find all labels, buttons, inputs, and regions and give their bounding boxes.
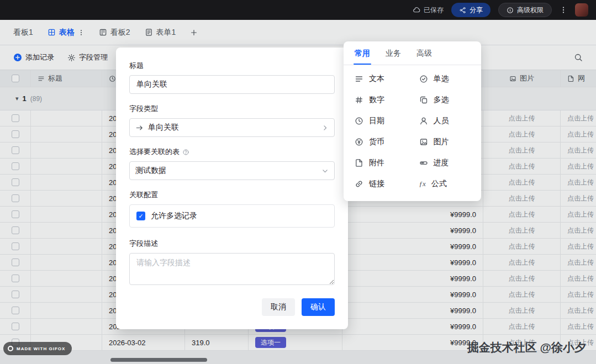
advanced-permission-button[interactable]: 高级权限 <box>498 3 552 17</box>
date-icon <box>355 117 363 125</box>
field-type-number[interactable]: 数字 <box>348 89 413 110</box>
field-type-grid: 文本 单选 数字 多选 日期 人员 <box>344 65 481 201</box>
field-type-currency[interactable]: 货币 <box>348 131 413 152</box>
field-type-image[interactable]: 图片 <box>413 131 477 152</box>
save-status-label: 已保存 <box>424 6 444 15</box>
field-type-panel-tabs: 常用 业务 高级 <box>344 41 481 65</box>
field-type-progress[interactable]: 进度 <box>413 152 477 173</box>
cloud-icon <box>413 6 420 14</box>
relation-table-select[interactable]: 测试数据 <box>129 161 335 180</box>
field-type-select[interactable]: 单向关联 <box>129 118 335 137</box>
relation-table-label: 选择要关联的表 <box>129 147 180 157</box>
allow-multi-select-checkbox[interactable]: ✓ <box>136 212 145 220</box>
formula-icon: ƒx <box>419 180 426 188</box>
relation-config-label: 关联配置 <box>129 190 335 200</box>
confirm-button[interactable]: 确认 <box>302 298 335 316</box>
single-select-icon <box>419 75 428 83</box>
record-dot-icon <box>8 346 13 351</box>
field-type-value: 单向关联 <box>148 123 179 133</box>
gifox-watermark: MADE WITH GIFOX <box>3 342 72 355</box>
image-icon <box>419 138 428 146</box>
field-type-formula[interactable]: ƒx 公式 <box>413 173 477 194</box>
field-type-single-select[interactable]: 单选 <box>413 68 477 89</box>
chevron-right-icon <box>321 124 329 131</box>
help-circle-icon[interactable] <box>182 149 189 156</box>
cancel-button[interactable]: 取消 <box>262 298 295 316</box>
field-type-multi-select[interactable]: 多选 <box>413 89 477 110</box>
avatar[interactable] <box>575 3 588 17</box>
relation-table-value: 测试数据 <box>135 166 166 176</box>
field-title-input[interactable] <box>129 75 335 94</box>
field-type-date[interactable]: 日期 <box>348 110 413 131</box>
info-circle-icon <box>507 7 514 14</box>
more-menu-icon[interactable] <box>560 6 567 14</box>
multi-select-icon <box>419 96 428 104</box>
one-way-link-icon <box>135 124 144 132</box>
allow-multi-select-label: 允许多选记录 <box>151 211 197 221</box>
field-type-label: 字段类型 <box>129 104 335 114</box>
text-icon <box>355 75 363 83</box>
gifox-watermark-label: MADE WITH GIFOX <box>17 346 65 351</box>
progress-icon <box>419 159 428 167</box>
person-icon <box>419 117 428 125</box>
topbar: 已保存 分享 高级权限 <box>0 0 596 20</box>
app-window: 已保存 分享 高级权限 看板1 表格 <box>0 0 596 364</box>
share-button[interactable]: 分享 <box>451 3 490 17</box>
share-button-label: 分享 <box>470 6 483 15</box>
field-desc-textarea[interactable] <box>129 253 335 285</box>
panel-tab-advanced[interactable]: 高级 <box>416 41 432 65</box>
save-status: 已保存 <box>413 6 444 15</box>
field-type-panel: 常用 业务 高级 文本 单选 数字 多选 日期 <box>344 41 481 201</box>
panel-tab-business[interactable]: 业务 <box>386 41 401 65</box>
relation-config-box: ✓ 允许多选记录 <box>129 204 335 228</box>
link-icon <box>355 180 363 188</box>
number-icon <box>355 96 363 104</box>
field-type-link[interactable]: 链接 <box>348 173 413 194</box>
field-desc-label: 字段描述 <box>129 239 335 249</box>
horizontal-scrollbar-thumb[interactable] <box>110 358 207 362</box>
field-type-attachment[interactable]: 附件 <box>348 152 413 173</box>
field-type-person[interactable]: 人员 <box>413 110 477 131</box>
field-edit-modal: 标题 字段类型 单向关联 选择要关联的表 测试数据 关联配置 <box>116 48 348 329</box>
advanced-permission-label: 高级权限 <box>517 6 544 15</box>
juejin-watermark: 掘金技术社区 @徐小夕 <box>467 340 586 355</box>
field-type-text[interactable]: 文本 <box>348 68 413 89</box>
attachment-icon <box>355 159 363 167</box>
field-title-label: 标题 <box>129 61 335 71</box>
chevron-down-icon <box>321 167 329 175</box>
share-icon <box>459 7 466 14</box>
panel-tab-common[interactable]: 常用 <box>355 41 370 65</box>
currency-icon <box>355 138 363 146</box>
